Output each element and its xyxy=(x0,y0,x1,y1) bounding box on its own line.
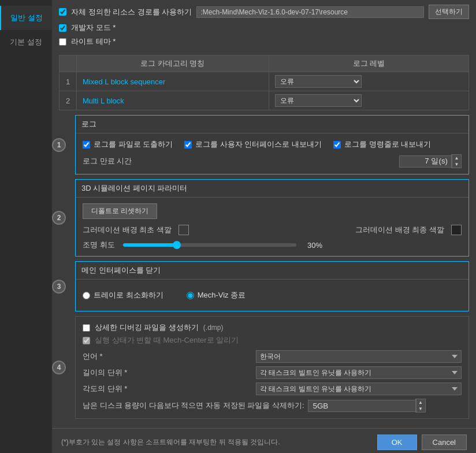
log-row-level-2: 오류 xyxy=(269,91,468,110)
select-path-button[interactable]: 선택하기 xyxy=(429,5,469,19)
close-section: 메인 인터페이스를 닫기 트레이로 최소화하기 Mech-Viz 종료 xyxy=(75,261,469,311)
debug-file-ext: (.dmp) xyxy=(203,324,224,332)
bg-end-label: 그러데이션 배경 최종 색깔 xyxy=(355,225,444,235)
log-ui-checkbox[interactable] xyxy=(184,141,192,148)
log-table-header-level: 로그 레벨 xyxy=(269,55,468,72)
debug-section-wrapper: 4 상세한 디버깅 파일을 생성하기 (.dmp) 실행 상태가 변할 때 Me… xyxy=(75,316,469,419)
close-radio-row: 트레이로 최소화하기 Mech-Viz 종료 xyxy=(83,285,462,305)
close-section-title: 메인 인터페이스를 닫기 xyxy=(76,262,468,280)
length-row: 길이의 단위 * 각 태스크의 빌트인 유닛를 사용하기 xyxy=(83,366,462,379)
light-theme-label: 라이트 테마 * xyxy=(71,36,116,47)
close-section-content: 트레이로 최소화하기 Mech-Viz 종료 xyxy=(76,280,468,311)
table-row: 2 Multi L block 오류 xyxy=(60,91,469,110)
disk-row: 남은 디스크 용량이 다음보다 적으면 자동 저장된 파일을 삭제하기: ▲ ▼ xyxy=(83,399,462,413)
main-content: 자체 정의한 리소스 경로를 사용하기 :Mech-Mind\Mech-Viz-… xyxy=(52,0,476,453)
log-row-name-2: Multi L block xyxy=(77,91,269,110)
sidebar: 일반 설정 기본 설정 xyxy=(0,0,52,453)
reset-button[interactable]: 디폴트로 리셋하기 xyxy=(83,203,157,219)
log-cb3-row: 로그를 명령줄로 내보내기 xyxy=(333,139,431,150)
debug-section-content: 상세한 디버깅 파일을 생성하기 (.dmp) 실행 상태가 변할 때 Mech… xyxy=(76,317,468,418)
log-expire-down[interactable]: ▼ xyxy=(452,161,461,168)
debug-file-row: 상세한 디버깅 파일을 생성하기 (.dmp) xyxy=(83,322,462,333)
quit-radio[interactable] xyxy=(187,292,194,299)
log-section: 로그 로그를 파일로 도출하기 로그를 사용자 인터페이스로 내보내기 xyxy=(75,115,469,174)
log-row-name-1: Mixed L block sequencer xyxy=(77,72,269,91)
log-table-header-num xyxy=(60,55,77,72)
language-select[interactable]: 한국어 xyxy=(256,350,462,363)
log-ui-label: 로그를 사용자 인터페이스로 내보내기 xyxy=(195,139,322,150)
disk-up-button[interactable]: ▲ xyxy=(416,399,425,406)
bg-end-color[interactable] xyxy=(451,225,462,235)
log-file-checkbox[interactable] xyxy=(83,141,90,148)
debug-file-checkbox[interactable] xyxy=(83,324,90,332)
bg-start-label: 그러데이션 배경 최초 색깔 xyxy=(83,225,172,235)
log-level-select-2[interactable]: 오류 xyxy=(275,94,362,107)
minimize-radio[interactable] xyxy=(83,292,90,299)
light-theme-row: 라이트 테마 * xyxy=(59,36,469,47)
cancel-button[interactable]: Cancel xyxy=(422,435,467,450)
angle-select[interactable]: 각 태스크의 빌트인 유닛를 사용하기 xyxy=(256,383,462,395)
notify-label: 실행 상태가 변할 때 Mech-Center로 알리기 xyxy=(95,335,239,346)
log-cmd-label: 로그를 명령줄로 내보내기 xyxy=(344,139,431,150)
log-table-header-name: 로그 카데고리 명칭 xyxy=(77,55,269,72)
log-expire-input[interactable] xyxy=(399,155,451,168)
debug-section: 상세한 디버깅 파일을 생성하기 (.dmp) 실행 상태가 변할 때 Mech… xyxy=(75,316,469,419)
close-section-wrapper: 3 메인 인터페이스를 닫기 트레이로 최소화하기 Mech-Viz 종료 xyxy=(75,261,469,311)
footer: (*)부호가 있는 설정 사항은 소프트웨어를 재부팅한 뒤 적용될 것입니다.… xyxy=(52,428,476,453)
log-section-content: 로그를 파일로 도출하기 로그를 사용자 인터페이스로 내보내기 로그를 명령줄… xyxy=(76,133,468,174)
log-section-title: 로그 xyxy=(76,116,468,133)
badge-1: 1 xyxy=(52,138,66,152)
log-expire-row: 로그 만료 시간 ▲ ▼ xyxy=(83,154,462,168)
dev-mode-label: 개발자 모드 * xyxy=(71,23,116,33)
log-level-select-1[interactable]: 오류 xyxy=(275,75,362,88)
dev-mode-row: 개발자 모드 * xyxy=(59,23,469,33)
footer-buttons: OK Cancel xyxy=(377,435,467,450)
dev-mode-checkbox[interactable] xyxy=(59,24,66,32)
resource-path-row: 자체 정의한 리소스 경로를 사용하기 :Mech-Mind\Mech-Viz-… xyxy=(59,5,469,19)
badge-4: 4 xyxy=(52,361,66,374)
log-cmd-checkbox[interactable] xyxy=(333,141,341,148)
bg-start-color[interactable] xyxy=(178,225,189,235)
debug-file-label: 상세한 디버깅 파일을 생성하기 xyxy=(95,322,199,333)
disk-spinbox-input[interactable] xyxy=(308,400,415,412)
disk-down-button[interactable]: ▼ xyxy=(416,406,425,412)
sections-container: 1 로그 로그를 파일로 도출하기 로그를 사용자 인터페이스로 내보내기 xyxy=(52,115,476,428)
log-cb1-row: 로그를 파일로 도출하기 xyxy=(83,139,173,150)
brightness-row: 조명 휘도 30% xyxy=(83,240,462,250)
sidebar-item-general[interactable]: 일반 설정 xyxy=(0,6,52,30)
simulation-section: 3D 시뮬레이션 페이지 파라미터 디폴트로 리셋하기 그러데이션 배경 최초 … xyxy=(75,179,469,257)
footer-note: (*)부호가 있는 설정 사항은 소프트웨어를 재부팅한 뒤 적용될 것입니다. xyxy=(61,437,280,447)
minimize-label: 트레이로 최소화하기 xyxy=(94,290,163,300)
simulation-section-wrapper: 2 3D 시뮬레이션 페이지 파라미터 디폴트로 리셋하기 그러데이션 배경 최… xyxy=(75,179,469,257)
badge-2: 2 xyxy=(52,211,66,225)
resource-path-label: 자체 정의한 리소스 경로를 사용하기 xyxy=(71,7,192,17)
brightness-slider[interactable] xyxy=(123,243,296,247)
log-expire-label: 로그 만료 시간 xyxy=(83,156,132,166)
brightness-value: 30% xyxy=(302,241,322,250)
angle-row: 각도의 단위 * 각 태스크의 빌트인 유닛를 사용하기 xyxy=(83,383,462,395)
log-row-num-2: 2 xyxy=(60,91,77,110)
brightness-label: 조명 휘도 xyxy=(83,240,117,250)
log-expire-up[interactable]: ▲ xyxy=(452,155,461,161)
bg-color-row: 그러데이션 배경 최초 색깔 그러데이션 배경 최종 색깔 xyxy=(83,225,462,235)
table-row: 1 Mixed L block sequencer 오류 xyxy=(60,72,469,91)
notify-checkbox[interactable] xyxy=(83,337,90,344)
log-row-level-1: 오류 xyxy=(269,72,468,91)
angle-label: 각도의 단위 * xyxy=(83,384,256,394)
language-row: 언어 * 한국어 xyxy=(83,350,462,363)
quit-option[interactable]: Mech-Viz 종료 xyxy=(187,290,246,300)
log-cb2-row: 로그를 사용자 인터페이스로 내보내기 xyxy=(184,139,322,150)
top-section: 자체 정의한 리소스 경로를 사용하기 :Mech-Mind\Mech-Viz-… xyxy=(52,0,476,55)
simulation-section-title: 3D 시뮬레이션 페이지 파라미터 xyxy=(76,180,468,198)
minimize-option[interactable]: 트레이로 최소화하기 xyxy=(83,290,163,300)
log-section-wrapper: 1 로그 로그를 파일로 도출하기 로그를 사용자 인터페이스로 내보내기 xyxy=(75,115,469,174)
resource-path-checkbox[interactable] xyxy=(59,8,66,16)
language-label: 언어 * xyxy=(83,351,256,362)
quit-label: Mech-Viz 종료 xyxy=(198,290,246,300)
disk-spin-buttons: ▲ ▼ xyxy=(415,399,426,413)
light-theme-checkbox[interactable] xyxy=(59,38,66,46)
length-select[interactable]: 각 태스크의 빌트인 유닛를 사용하기 xyxy=(256,366,462,379)
badge-3: 3 xyxy=(52,280,66,294)
sidebar-item-basic[interactable]: 기본 설정 xyxy=(0,30,52,54)
ok-button[interactable]: OK xyxy=(377,435,417,450)
